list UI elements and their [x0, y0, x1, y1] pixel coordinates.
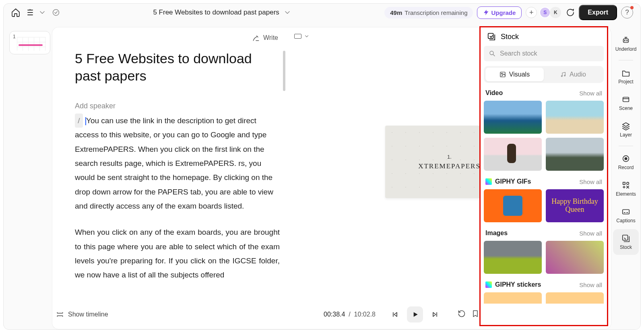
- timeline-icon: [56, 310, 64, 319]
- show-all-link[interactable]: Show all: [579, 281, 602, 288]
- stock-image-thumb[interactable]: [546, 241, 604, 274]
- slash-command-icon[interactable]: /: [75, 114, 83, 128]
- document-heading[interactable]: 5 Free Websites to download past papers: [75, 50, 280, 84]
- section-label: Video: [485, 89, 503, 97]
- slide-strip: 1: [4, 21, 52, 329]
- aspect-ratio-selector[interactable]: [294, 33, 310, 39]
- show-timeline-button[interactable]: Show timeline: [56, 310, 108, 319]
- svg-point-14: [625, 157, 627, 160]
- export-label: Export: [588, 9, 608, 16]
- svg-point-4: [490, 51, 493, 55]
- svg-point-10: [624, 40, 625, 41]
- transcript-panel: Write 5 Free Websites to download past p…: [52, 27, 288, 329]
- stock-image-thumb[interactable]: [484, 241, 542, 274]
- stock-sticker-thumb[interactable]: [484, 292, 542, 304]
- top-bar: 5 Free Websites to download past papers …: [4, 4, 640, 21]
- add-collaborator-button[interactable]: +: [526, 7, 537, 18]
- stock-search-input[interactable]: Search stock: [484, 46, 604, 61]
- stock-section-giphy-stickers: GIPHY stickers Show all: [484, 279, 604, 304]
- search-icon: [489, 50, 496, 57]
- show-all-link[interactable]: Show all: [579, 230, 602, 237]
- rail-stock[interactable]: Stock: [613, 229, 639, 255]
- help-button[interactable]: ?: [621, 6, 633, 19]
- visuals-icon: [500, 71, 506, 78]
- stock-video-thumb[interactable]: [546, 101, 604, 134]
- skip-forward-button[interactable]: [427, 306, 443, 323]
- giphy-logo-icon: [485, 178, 492, 185]
- menu-icon[interactable]: [26, 8, 36, 17]
- tab-visuals[interactable]: Visuals: [485, 68, 544, 81]
- stock-title: Stock: [501, 33, 519, 41]
- slide-number: 1: [13, 34, 16, 39]
- stock-tabs: Visuals Audio: [484, 66, 604, 83]
- rail-elements[interactable]: Elements: [613, 176, 639, 202]
- rail-scene[interactable]: Scene: [613, 90, 639, 116]
- svg-rect-17: [623, 210, 630, 214]
- transcription-minutes: 49m: [390, 9, 402, 16]
- svg-point-8: [564, 75, 566, 76]
- transcript-paragraph[interactable]: /You can use the link in the description…: [75, 114, 280, 213]
- chevron-down-icon[interactable]: [38, 8, 46, 17]
- play-button[interactable]: [407, 306, 423, 323]
- svg-point-16: [627, 182, 629, 185]
- playback-bar: Show timeline 00:38.4 / 10:02.8: [56, 304, 479, 325]
- stock-icon: [487, 32, 496, 41]
- home-icon[interactable]: [11, 8, 21, 17]
- rail-layer[interactable]: Layer: [613, 117, 639, 143]
- svg-rect-9: [623, 39, 629, 42]
- stock-search-placeholder: Search stock: [500, 50, 537, 57]
- stock-video-thumb[interactable]: [484, 101, 542, 134]
- rail-captions[interactable]: Captions: [613, 203, 639, 228]
- rail-record[interactable]: Record: [613, 149, 639, 175]
- write-label: Write: [263, 34, 278, 41]
- avatar-user-2[interactable]: K: [550, 7, 561, 18]
- transcription-remaining-pill[interactable]: 49m Transcription remaining: [384, 7, 473, 19]
- canvas-title: XTREMEPAPERS: [418, 162, 481, 170]
- audio-icon: [560, 71, 566, 78]
- sync-status-icon: [52, 8, 60, 17]
- stock-gif-thumb[interactable]: Happy Birthday Queen: [546, 189, 604, 222]
- stock-section-video: Video Show all: [484, 88, 604, 171]
- show-all-link[interactable]: Show all: [579, 178, 602, 185]
- avatar-user-1[interactable]: S: [539, 7, 551, 18]
- stock-panel: Stock Search stock Visuals Audio Video S…: [479, 26, 608, 326]
- stock-section-images: Images Show all: [484, 228, 604, 274]
- stock-video-thumb[interactable]: [546, 138, 604, 171]
- svg-rect-15: [623, 182, 625, 185]
- comments-icon[interactable]: [565, 8, 575, 17]
- stock-video-thumb[interactable]: [484, 138, 542, 171]
- upgrade-label: Upgrade: [491, 9, 516, 16]
- loop-button[interactable]: [458, 310, 466, 319]
- section-label: GIPHY GIFs: [485, 178, 531, 185]
- section-label: Images: [485, 230, 508, 237]
- export-button[interactable]: Export: [579, 5, 617, 20]
- add-speaker-button[interactable]: Add speaker: [75, 102, 280, 110]
- show-all-link[interactable]: Show all: [579, 90, 602, 97]
- rail-underlord[interactable]: Underlord: [613, 31, 639, 57]
- tab-audio[interactable]: Audio: [544, 68, 602, 81]
- bookmark-button[interactable]: [471, 310, 479, 319]
- slide-thumbnail[interactable]: 1: [9, 31, 50, 54]
- section-label: GIPHY stickers: [485, 281, 541, 288]
- rail-project[interactable]: Project: [613, 64, 639, 89]
- paragraph-text: You can use the link in the description …: [75, 116, 273, 210]
- right-rail: Underlord Project Scene Layer Record Ele…: [611, 21, 640, 329]
- stock-gif-thumb[interactable]: [484, 189, 542, 222]
- svg-point-7: [561, 76, 562, 77]
- playback-time: 00:38.4 / 10:02.8: [324, 311, 376, 318]
- skip-back-button[interactable]: [387, 306, 403, 323]
- stock-sticker-thumb[interactable]: [546, 292, 604, 304]
- title-dropdown-icon[interactable]: [283, 8, 291, 17]
- scrollbar[interactable]: [283, 51, 285, 91]
- canvas-number: 1.: [447, 154, 452, 160]
- upgrade-button[interactable]: Upgrade: [477, 6, 522, 19]
- transcript-paragraph[interactable]: When you click on any of the exam boards…: [75, 225, 280, 282]
- svg-point-11: [627, 40, 627, 41]
- write-button[interactable]: Write: [252, 34, 278, 42]
- transcription-label: Transcription remaining: [405, 9, 467, 16]
- stock-section-giphy-gifs: GIPHY GIFs Show all Happy Birthday Queen: [484, 176, 604, 222]
- document-title[interactable]: 5 Free Websites to download past papers: [153, 8, 279, 17]
- svg-point-0: [53, 10, 59, 16]
- svg-rect-12: [623, 97, 629, 102]
- svg-rect-18: [623, 235, 628, 240]
